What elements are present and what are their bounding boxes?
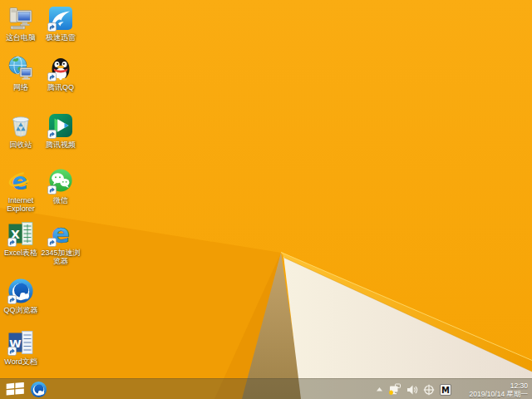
desktop-icon-label: 回收站 bbox=[10, 140, 32, 149]
word-icon: W bbox=[7, 329, 34, 356]
desktop-icon-label: QQ浏览器 bbox=[3, 306, 37, 314]
clock-time: 12:30 bbox=[456, 382, 528, 390]
desktop-icon-qq-browser[interactable]: QQ浏览器 bbox=[0, 278, 46, 314]
desktop-icon-label: 腾讯QQ bbox=[47, 83, 74, 91]
desktop-icon-word[interactable]: W Word文档 bbox=[0, 329, 46, 366]
svg-text:M: M bbox=[441, 385, 450, 394]
internet-explorer-icon: e bbox=[7, 168, 34, 195]
clock-date: 2019/10/14 星期一 bbox=[456, 390, 528, 398]
taskbar-qq-browser-button[interactable] bbox=[30, 381, 47, 398]
excel-icon: X bbox=[7, 220, 34, 247]
qq-penguin-icon bbox=[47, 55, 74, 81]
qq-browser-icon bbox=[7, 278, 34, 304]
desktop-icon-label: Excel表格 bbox=[4, 249, 37, 257]
desktop-icon-xunlei-speed[interactable]: 极速迅雷 bbox=[36, 5, 86, 42]
safely-remove-icon[interactable] bbox=[423, 384, 435, 396]
recycle-bin-icon bbox=[7, 112, 34, 139]
taskbar: M 12:30 2019/10/14 星期一 bbox=[0, 378, 532, 399]
desktop-icon-label: 极速迅雷 bbox=[46, 33, 76, 42]
network-status-icon[interactable] bbox=[388, 383, 401, 396]
desktop-icon-tencent-qq[interactable]: 腾讯QQ bbox=[36, 55, 86, 91]
ime-indicator[interactable]: M bbox=[440, 384, 451, 396]
desktop-icon-label: 微信 bbox=[53, 196, 68, 204]
desktop-icon-label: Internet Explorer bbox=[7, 196, 35, 213]
volume-icon[interactable] bbox=[406, 384, 418, 396]
network-icon bbox=[7, 55, 34, 81]
tray-clock[interactable]: 12:30 2019/10/14 星期一 bbox=[456, 382, 530, 398]
2345-browser-icon: e bbox=[47, 220, 74, 247]
desktop-icon-label: Word文档 bbox=[4, 357, 37, 366]
show-hidden-icons-button[interactable] bbox=[376, 386, 383, 393]
desktop-icon-2345-browser[interactable]: e 2345加速浏 览器 bbox=[36, 220, 86, 265]
desktop-icon-tencent-video[interactable]: 腾讯视频 bbox=[36, 112, 86, 149]
this-pc-icon bbox=[7, 5, 34, 32]
wechat-icon bbox=[47, 168, 74, 195]
desktop-icon-label: 网络 bbox=[13, 83, 28, 91]
desktop-icon-label: 腾讯视频 bbox=[46, 140, 76, 149]
desktop-icon-wechat[interactable]: 微信 bbox=[36, 168, 86, 204]
start-button[interactable] bbox=[6, 382, 26, 397]
desktop-icon-label: 这台电脑 bbox=[6, 33, 36, 42]
xunlei-icon bbox=[47, 5, 74, 32]
desktop-icon-label: 2345加速浏 览器 bbox=[41, 249, 80, 265]
system-tray: M 12:30 2019/10/14 星期一 bbox=[376, 379, 530, 399]
tencent-video-icon bbox=[47, 112, 74, 139]
